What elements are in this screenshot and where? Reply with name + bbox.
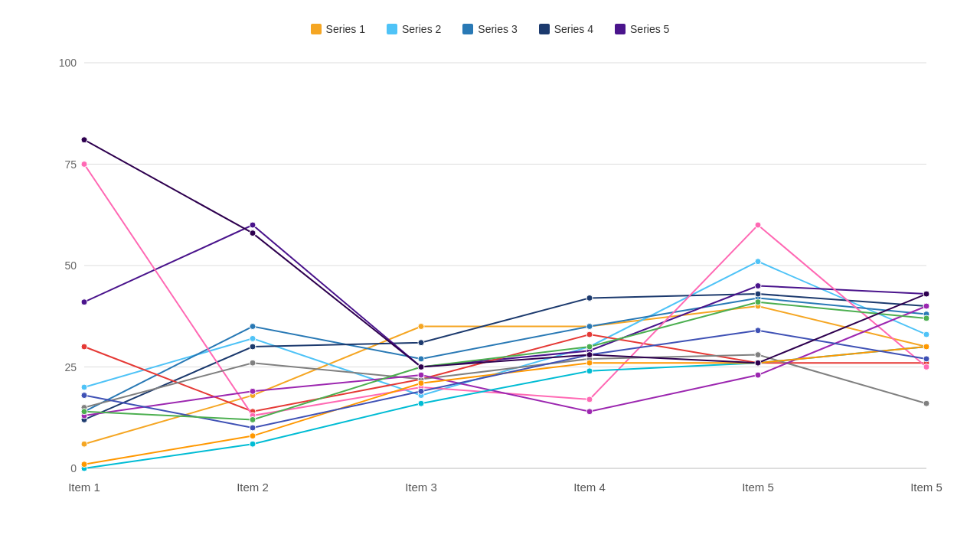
legend-label: Series 5 xyxy=(630,23,669,35)
svg-point-52 xyxy=(923,364,929,370)
svg-point-11 xyxy=(81,441,87,447)
svg-point-33 xyxy=(755,291,761,297)
legend-label: Series 3 xyxy=(478,23,517,35)
svg-point-86 xyxy=(586,344,593,350)
svg-point-57 xyxy=(755,352,761,358)
svg-text:Item 5: Item 5 xyxy=(910,481,942,494)
svg-text:25: 25 xyxy=(64,361,77,373)
svg-point-25 xyxy=(418,356,424,362)
svg-point-77 xyxy=(81,393,87,399)
svg-point-93 xyxy=(755,360,761,366)
svg-point-18 xyxy=(250,335,256,341)
svg-point-91 xyxy=(418,364,424,370)
legend-item: Series 3 xyxy=(462,23,517,35)
svg-text:Item 4: Item 4 xyxy=(573,481,606,494)
svg-point-35 xyxy=(81,299,87,305)
svg-point-87 xyxy=(755,299,761,305)
svg-point-62 xyxy=(586,409,593,415)
chart-legend: Series 1Series 2Series 3Series 4Series 5 xyxy=(23,15,957,47)
svg-point-78 xyxy=(250,425,256,431)
svg-point-72 xyxy=(250,433,256,439)
legend-item: Series 2 xyxy=(387,23,441,35)
legend-item: Series 1 xyxy=(311,23,365,35)
svg-point-82 xyxy=(923,356,929,362)
svg-point-32 xyxy=(586,295,593,301)
svg-text:75: 75 xyxy=(64,158,77,171)
legend-item: Series 5 xyxy=(615,23,669,35)
legend-swatch xyxy=(387,24,397,34)
legend-swatch xyxy=(311,24,322,34)
svg-point-81 xyxy=(755,328,761,334)
svg-point-50 xyxy=(586,396,593,403)
svg-point-71 xyxy=(81,461,87,468)
legend-label: Series 1 xyxy=(326,23,365,35)
svg-point-17 xyxy=(81,384,87,390)
svg-point-61 xyxy=(418,372,424,378)
svg-text:Item 5: Item 5 xyxy=(742,481,774,494)
svg-point-60 xyxy=(250,388,256,394)
line-chart: 0255075100Item 1Item 2Item 3Item 4Item 5… xyxy=(23,47,957,514)
svg-point-36 xyxy=(250,222,256,228)
svg-point-83 xyxy=(81,409,87,415)
svg-point-89 xyxy=(81,137,87,143)
legend-swatch xyxy=(615,24,626,34)
svg-point-64 xyxy=(923,303,929,309)
svg-point-76 xyxy=(923,344,929,350)
legend-item: Series 4 xyxy=(539,23,593,35)
svg-text:Item 2: Item 2 xyxy=(237,481,269,494)
svg-point-31 xyxy=(418,340,424,346)
svg-point-24 xyxy=(250,324,256,330)
svg-point-13 xyxy=(418,324,424,330)
svg-point-47 xyxy=(81,161,87,168)
svg-point-90 xyxy=(250,230,256,236)
svg-text:Item 1: Item 1 xyxy=(68,481,100,494)
legend-label: Series 4 xyxy=(554,23,593,35)
svg-point-58 xyxy=(923,400,929,406)
svg-point-73 xyxy=(418,380,424,386)
svg-point-26 xyxy=(586,324,593,330)
svg-point-84 xyxy=(250,416,256,422)
svg-point-88 xyxy=(923,315,929,321)
svg-point-30 xyxy=(250,344,256,350)
svg-point-44 xyxy=(586,331,593,337)
svg-point-63 xyxy=(755,372,761,378)
svg-text:100: 100 xyxy=(59,57,77,69)
svg-point-39 xyxy=(755,283,761,289)
svg-point-94 xyxy=(923,291,929,297)
svg-text:50: 50 xyxy=(64,259,77,272)
svg-text:0: 0 xyxy=(70,462,77,474)
svg-point-68 xyxy=(586,368,593,374)
svg-point-67 xyxy=(418,400,424,406)
svg-point-22 xyxy=(923,331,929,337)
chart-container: Series 1Series 2Series 3Series 4Series 5… xyxy=(23,15,957,536)
legend-swatch xyxy=(539,24,550,34)
svg-point-74 xyxy=(586,360,593,366)
svg-point-92 xyxy=(586,352,593,358)
svg-point-21 xyxy=(755,259,761,265)
svg-point-54 xyxy=(250,360,256,366)
svg-point-41 xyxy=(81,344,87,350)
svg-point-66 xyxy=(250,441,256,447)
svg-point-51 xyxy=(755,222,761,228)
svg-point-79 xyxy=(418,388,424,394)
legend-label: Series 2 xyxy=(402,23,441,35)
svg-text:Item 3: Item 3 xyxy=(405,481,437,494)
legend-swatch xyxy=(462,24,473,34)
